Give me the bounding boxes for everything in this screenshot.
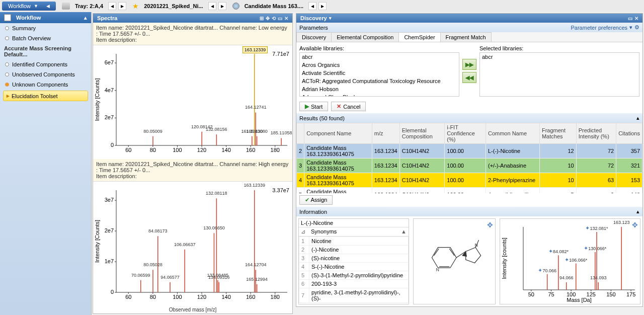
spectrum-high-energy[interactable]: 01e72e73e76080100120140160180Intensity [… <box>93 182 292 306</box>
collapse-icon[interactable]: ▴ <box>636 115 639 121</box>
sidebar-item-unobserved[interactable]: Unobserved Components <box>0 69 91 80</box>
selected-libraries-list[interactable]: abcr <box>479 52 639 97</box>
spectra-tools: ⊞ ✥ ⟲ ▭ ✕ <box>260 16 288 21</box>
information-header: Information ▴ <box>296 207 642 216</box>
svg-text:Intensity [Counts]: Intensity [Counts] <box>94 78 100 121</box>
library-item[interactable]: abcr <box>300 53 459 61</box>
available-libraries-label: Available libraries: <box>299 45 459 51</box>
cancel-button[interactable]: ✕Cancel <box>331 102 366 111</box>
tab-discovery[interactable]: Discovery <box>296 32 332 42</box>
cand-next-button[interactable]: ▶ <box>318 2 327 10</box>
start-button[interactable]: ▶Start <box>299 102 328 111</box>
library-item[interactable]: Advanced ChemBlocks <box>300 93 459 97</box>
move-right-button[interactable]: ▶▶ <box>462 59 476 70</box>
synonym-row[interactable]: 6200-193-3 <box>299 280 409 288</box>
column-header[interactable]: Elemental Composition <box>399 123 445 144</box>
tab-fragment-match[interactable]: Fragment Match <box>440 32 492 42</box>
column-header[interactable]: Fragment Matches <box>539 123 576 144</box>
sidebar-item-summary[interactable]: Summary <box>0 23 91 33</box>
column-header[interactable]: Predicted Intensity (%) <box>576 123 616 144</box>
tab-file[interactable]: ★ 20201221_Spiked_Ni... ◀ ▶ <box>132 2 226 10</box>
close-icon[interactable]: ✕ <box>634 16 638 21</box>
column-header[interactable]: i-FIT Confidence (%) <box>445 123 486 144</box>
parameters-header: Parameters Parameter preferences ▾ ⚙ <box>296 23 642 32</box>
svg-text:Intensity [counts]: Intensity [counts] <box>501 238 507 279</box>
tool-close-icon[interactable]: ✕ <box>284 16 288 21</box>
tray-prev-button[interactable]: ◀ <box>108 2 116 10</box>
assign-button[interactable]: ✔ Assign <box>299 195 333 205</box>
synonyms-header: Synonyms <box>311 228 337 235</box>
gear-icon[interactable]: ⚙ <box>634 24 639 31</box>
synonym-row[interactable]: 2(-)-Nicotine <box>299 246 409 254</box>
discovery-title: Discovery <box>300 15 327 21</box>
tab-candidate[interactable]: Candidate Mass 163.... ◀ ▶ <box>232 2 327 10</box>
file-next-button[interactable]: ▶ <box>218 2 226 10</box>
library-item[interactable]: abcr <box>480 53 639 61</box>
sidebar-item-unknown[interactable]: Unknown Components <box>0 80 91 90</box>
move-icon[interactable]: ✥ <box>487 221 493 229</box>
synonym-row[interactable]: 1Nicotine <box>299 237 409 246</box>
spectra-title: Spectra <box>97 15 117 21</box>
svg-text:150: 150 <box>606 291 615 297</box>
sidebar-item-batch[interactable]: Batch Overview <box>0 33 91 43</box>
compound-name: L-(-)-Nicotine <box>299 219 409 227</box>
svg-text:80: 80 <box>150 294 156 300</box>
column-header[interactable]: m/z <box>372 123 399 144</box>
table-row[interactable]: 2Candidate Mass 163.123393614075163.1234… <box>297 144 642 159</box>
table-row[interactable]: 4Candidate Mass 163.123393614075163.1234… <box>297 173 642 188</box>
move-left-button[interactable]: ◀◀ <box>462 72 476 83</box>
tool-pan-icon[interactable]: ✥ <box>266 16 270 21</box>
parameter-prefs-link[interactable]: Parameter preferences ▾ ⚙ <box>571 24 640 31</box>
chevron-down-icon: ▾ <box>629 24 632 31</box>
chevron-up-icon: ▴ <box>84 15 87 21</box>
table-row[interactable]: 3Candidate Mass 163.123393614075163.1234… <box>297 159 642 173</box>
tool-reset-icon[interactable]: ⟲ <box>272 16 276 21</box>
available-libraries-list[interactable]: abcrAcros OrganicsActivate ScientificACT… <box>299 52 459 97</box>
svg-text:100: 100 <box>173 147 182 153</box>
structure-viewer[interactable]: ✥ N <box>413 218 496 304</box>
disk-icon <box>62 3 70 10</box>
library-item[interactable]: Adrian Hobson <box>300 85 459 93</box>
cand-prev-button[interactable]: ◀ <box>308 2 316 10</box>
collapse-icon[interactable]: ▴ <box>636 208 639 215</box>
spectra-panel: Spectra ⊞ ✥ ⟲ ▭ ✕ Item name: 20201221_Sp… <box>93 13 293 314</box>
minimize-icon[interactable]: ▭ <box>628 16 632 21</box>
svg-text:3e7: 3e7 <box>105 197 114 203</box>
tray-next-button[interactable]: ▶ <box>118 2 126 10</box>
svg-text:0: 0 <box>111 142 114 148</box>
column-header[interactable]: Component Name <box>304 123 372 144</box>
file-prev-button[interactable]: ◀ <box>208 2 216 10</box>
discovery-header[interactable]: Discovery ▾ ▭✕ <box>296 14 642 23</box>
tool-minimize-icon[interactable]: ▭ <box>278 16 282 21</box>
synonyms-table[interactable]: 1Nicotine2(-)-Nicotine3(S)-nicotine4S-(-… <box>299 237 409 304</box>
sidebar-item-elucidation[interactable]: ▸Elucidation Toolset <box>3 91 88 101</box>
synonym-row[interactable]: 4S-(-)-Nicotine <box>299 263 409 271</box>
tab-elemental-composition[interactable]: Elemental Composition <box>331 32 399 42</box>
synonym-row[interactable]: 5(S)-3-(1-Methyl-2-pyrrolidinyl)pyridine <box>299 271 409 280</box>
column-header[interactable] <box>297 123 304 144</box>
svg-text:Intensity [Counts]: Intensity [Counts] <box>94 220 100 263</box>
column-header[interactable]: Common Name <box>486 123 539 144</box>
workflow-dropdown[interactable]: Workflow ▼ ◀ <box>2 2 56 11</box>
synonym-row[interactable]: 3(S)-nicotine <box>299 254 409 263</box>
workflow-sidebar: + Workflow ▴ Summary Batch Overview Accu… <box>0 12 92 315</box>
sidebar-item-identified[interactable]: Identified Components <box>0 59 91 69</box>
table-row[interactable]: 5Candidate Mass 163.123393614075163.1234… <box>297 188 642 194</box>
tab-chemspider[interactable]: ChemSpider <box>398 32 440 42</box>
svg-text:2e7: 2e7 <box>105 114 114 120</box>
library-item[interactable]: ACToR: Aggregated Computational Toxicolo… <box>300 77 459 85</box>
sidebar-header[interactable]: + Workflow ▴ <box>0 12 91 23</box>
sidebar-title: Workflow <box>16 15 41 21</box>
svg-text:175: 175 <box>626 291 635 297</box>
library-item[interactable]: Acros Organics <box>300 61 459 69</box>
move-icon[interactable]: ✥ <box>632 221 638 229</box>
tool-zoom-icon[interactable]: ⊞ <box>260 16 264 21</box>
column-header[interactable]: Citations <box>616 123 642 144</box>
library-item[interactable]: Activate Scientific <box>300 69 459 77</box>
predicted-spectrum[interactable]: ✥ 5075100125150175Intensity [counts]Mass… <box>500 218 640 304</box>
results-table-container[interactable]: Component Namem/zElemental Compositioni-… <box>296 123 642 193</box>
spectrum-low-energy[interactable]: 02e74e76e76080100120140160180Intensity [… <box>93 45 292 159</box>
parameters-title: Parameters <box>299 25 328 31</box>
synonym-row[interactable]: 7pyridine, 3-(1-methyl-2-pyrrolidinyl)-,… <box>299 288 409 303</box>
discovery-tabs: DiscoveryElemental CompositionChemSpider… <box>296 32 642 42</box>
